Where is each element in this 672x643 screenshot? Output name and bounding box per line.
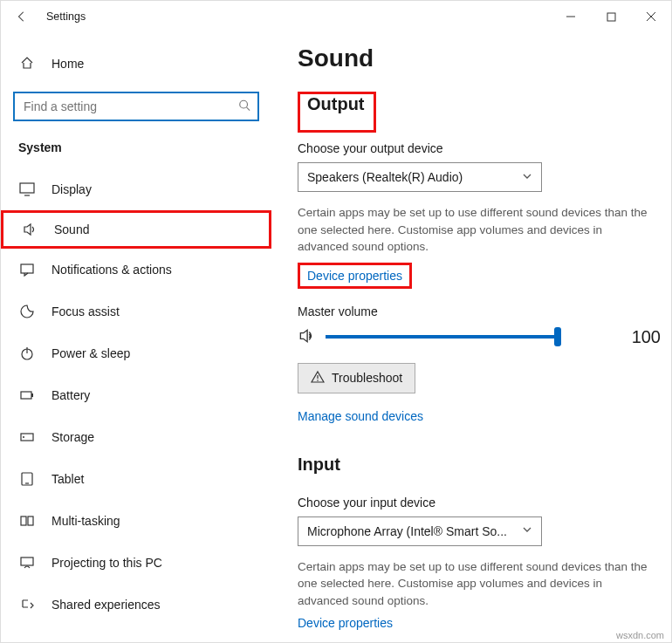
focus-assist-icon [18, 304, 36, 319]
sidebar-item-storage[interactable]: Storage [1, 416, 271, 458]
output-device-value: Speakers (Realtek(R) Audio) [307, 170, 463, 184]
sidebar-item-shared-experiences[interactable]: Shared experiences [1, 584, 271, 626]
home-button[interactable]: Home [1, 48, 271, 79]
sidebar-item-tablet[interactable]: Tablet [1, 458, 271, 500]
back-button[interactable] [8, 1, 36, 32]
svg-rect-10 [31, 393, 33, 397]
warning-icon [311, 370, 325, 386]
output-heading: Output [304, 94, 368, 114]
storage-icon [18, 429, 36, 445]
search-input[interactable] [13, 92, 259, 121]
notifications-icon [18, 262, 36, 277]
sidebar-item-projecting[interactable]: Projecting to this PC [1, 542, 271, 584]
sidebar-item-focus-assist[interactable]: Focus assist [1, 291, 271, 332]
sidebar-section-label: System [1, 140, 271, 154]
home-icon [18, 56, 36, 72]
output-helper-text: Certain apps may be set up to use differ… [298, 204, 655, 256]
titlebar: Settings [1, 1, 671, 32]
sidebar-item-label: Power & sleep [51, 346, 130, 360]
sidebar-item-power-sleep[interactable]: Power & sleep [1, 332, 271, 374]
tablet-icon [18, 471, 36, 487]
slider-thumb[interactable] [554, 327, 561, 346]
output-device-properties-link[interactable]: Device properties [298, 263, 412, 289]
search-icon [238, 99, 250, 114]
svg-point-2 [240, 100, 248, 108]
master-volume-label: Master volume [298, 304, 661, 318]
chevron-down-icon [522, 171, 532, 184]
multitasking-icon [18, 513, 36, 529]
search-box[interactable] [13, 92, 259, 121]
close-button[interactable] [631, 1, 671, 32]
sidebar-item-label: Display [51, 182, 92, 196]
volume-slider[interactable] [326, 335, 558, 339]
troubleshoot-button[interactable]: Troubleshoot [298, 363, 415, 393]
footer-credit: wsxdn.com [616, 630, 664, 640]
manage-sound-devices-link[interactable]: Manage sound devices [298, 409, 661, 423]
sidebar-item-multitasking[interactable]: Multi-tasking [1, 500, 271, 542]
sidebar-item-battery[interactable]: Battery [1, 374, 271, 416]
svg-point-12 [23, 436, 24, 438]
svg-point-19 [317, 380, 319, 381]
sidebar-item-label: Storage [51, 430, 94, 444]
chevron-down-icon [522, 524, 532, 537]
input-helper-text: Certain apps may be set up to use differ… [298, 558, 655, 610]
window-title: Settings [46, 10, 86, 23]
sidebar-item-label: Notifications & actions [51, 263, 172, 277]
input-device-value: Microphone Array (Intel® Smart So... [307, 524, 507, 538]
svg-rect-4 [20, 183, 34, 193]
sidebar-item-label: Projecting to this PC [51, 556, 162, 570]
volume-icon[interactable] [298, 327, 315, 347]
volume-value: 100 [632, 327, 661, 347]
svg-rect-16 [28, 516, 33, 525]
power-icon [18, 345, 36, 361]
content: Sound Output Choose your output device S… [271, 32, 671, 642]
projecting-icon [18, 555, 36, 571]
input-device-label: Choose your input device [298, 496, 661, 510]
svg-rect-1 [607, 13, 615, 21]
sidebar-item-label: Tablet [51, 472, 84, 486]
troubleshoot-label: Troubleshoot [332, 371, 402, 385]
sidebar-item-notifications[interactable]: Notifications & actions [1, 249, 271, 291]
sound-icon [21, 222, 38, 237]
maximize-button[interactable] [591, 1, 631, 32]
sidebar-item-label: Multi-tasking [51, 514, 120, 528]
minimize-button[interactable] [551, 1, 591, 32]
output-device-label: Choose your output device [298, 141, 661, 155]
input-heading: Input [298, 455, 340, 475]
svg-rect-9 [21, 392, 31, 399]
svg-rect-6 [21, 264, 33, 273]
svg-rect-17 [21, 557, 33, 565]
sidebar-item-sound[interactable]: Sound [1, 210, 271, 249]
sidebar-item-label: Shared experiences [51, 598, 161, 612]
sidebar-item-label: Focus assist [51, 304, 120, 318]
shared-icon [18, 597, 36, 612]
svg-line-3 [247, 107, 250, 111]
sidebar-item-label: Battery [51, 388, 90, 402]
display-icon [18, 181, 36, 197]
sidebar-item-display[interactable]: Display [1, 168, 271, 210]
home-label: Home [51, 57, 84, 71]
input-device-select[interactable]: Microphone Array (Intel® Smart So... [298, 516, 542, 546]
page-title: Sound [298, 44, 661, 72]
sidebar: Home System Display Sound [1, 32, 271, 642]
sidebar-item-label: Sound [54, 222, 89, 236]
svg-rect-15 [21, 516, 26, 525]
output-device-select[interactable]: Speakers (Realtek(R) Audio) [298, 162, 542, 192]
battery-icon [18, 387, 36, 403]
input-device-properties-link[interactable]: Device properties [298, 616, 661, 630]
